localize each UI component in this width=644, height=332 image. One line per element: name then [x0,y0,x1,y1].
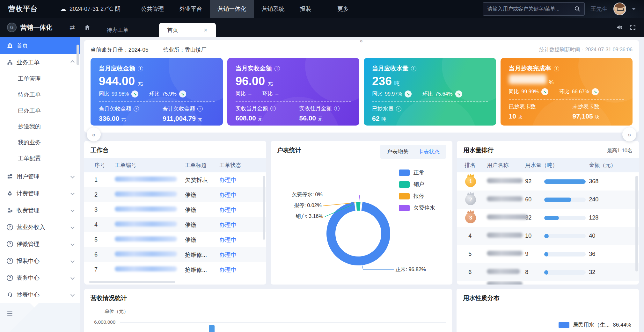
headset-icon [6,291,13,298]
info-icon[interactable]: ! [396,106,401,112]
table-row[interactable]: 5催缴办理中 [84,232,266,247]
dashed-divider [509,99,625,100]
swap-arrows-icon[interactable]: ⇄ [70,24,75,31]
sidebar-item-meter-center[interactable]: ? 表务中心 [0,269,80,286]
sidebar-item-home[interactable]: 首页 [0,37,80,54]
table-row[interactable]: 7抢维修...办理中 [84,262,266,277]
menu-list-icon[interactable] [6,310,13,317]
nav-item-installation[interactable]: 报装 [292,0,319,18]
username[interactable]: 王先生 [590,5,608,13]
sidebar-scrollbar-thumb[interactable] [77,45,79,65]
table-row[interactable]: 2催缴办理中 [84,187,266,202]
tab-home[interactable]: 首页 × [159,23,216,37]
ranking-row[interactable]: 5 9 36 [457,245,639,263]
info-icon[interactable]: ! [411,66,416,71]
status-link[interactable]: 办理中 [219,251,266,259]
legend-item[interactable]: 报停 [399,192,435,200]
chevron-down-icon [70,225,75,229]
sidebar-item-billing-mgmt[interactable]: 计费管理 [0,185,80,202]
info-icon[interactable]: ! [134,106,139,112]
ranking-row[interactable]: 2 60 240 [457,191,639,209]
silver-medal-icon: 2 [465,194,476,205]
status-link[interactable]: 办理中 [219,206,266,214]
table-row[interactable]: 4催缴办理中 [84,217,266,232]
ranking-row[interactable]: 4 10 40 [457,227,639,245]
horizontal-scrollbar-thumb[interactable] [89,281,175,283]
legend-item[interactable]: 正常 [399,169,435,176]
legend-item[interactable]: 居民用水（生... 86.44% [559,321,631,328]
row-title: 抢维修... [185,251,219,259]
table-row[interactable]: 1欠费拆表办理中 [84,172,266,187]
table-row[interactable]: 6抢维修...办理中 [84,247,266,262]
redacted-user-name [487,178,523,183]
nav-item-field-platform[interactable]: 外业平台 [172,0,210,18]
vertical-scrollbar-thumb[interactable] [635,176,638,271]
legend-item[interactable]: 销户 [399,181,435,188]
usage-bar [544,270,586,275]
info-icon[interactable]: ! [554,66,559,71]
legend-item[interactable]: 欠费停水 [399,204,435,212]
ranking-row[interactable]: 3 32 128 [457,209,639,227]
usage-value: 8 [525,269,544,276]
sidebar-subitem-workorder-mgmt[interactable]: 工单管理 [0,71,80,87]
collapse-panel-icon[interactable]: » [360,39,363,43]
sidebar-item-user-mgmt[interactable]: 用户管理 [0,168,80,185]
ranking-row[interactable] [457,281,639,285]
card-value: 944.00 [99,75,135,88]
substat-unit: 块 [595,114,600,119]
ranking-row[interactable]: 1 92 368 [457,172,639,191]
sidebar-item-meter-reading-center[interactable]: 抄表中心 [0,286,80,303]
search-icon[interactable] [574,6,581,12]
table-row[interactable]: 3催缴办理中 [84,202,266,217]
info-icon[interactable]: ! [138,66,143,71]
status-link[interactable]: 办理中 [219,221,266,229]
info-icon[interactable]: ! [270,106,276,111]
sidebar-item-label: 业务工单 [17,59,40,66]
mom-trend: 环比75.9%↘ [149,90,186,97]
vertical-scrollbar-thumb[interactable] [263,176,265,240]
status-link[interactable]: 办理中 [219,176,266,184]
ranking-row[interactable]: 6 8 32 [457,263,639,281]
info-icon[interactable]: ! [197,106,203,112]
user-avatar[interactable] [613,3,626,15]
status-link[interactable]: 办理中 [219,236,266,244]
sidebar-subitem-cc-to-me[interactable]: 抄送我的 [0,119,80,134]
tab-todo-workorder[interactable]: 待办工单 [99,23,137,37]
substat-value: 56.00 [299,114,316,122]
legend-label: 正常 [413,169,424,176]
callout-report-stop: 报停: 0.02% [271,202,322,209]
substat-label: 已抄水量 [372,105,394,112]
info-icon[interactable]: ! [334,106,340,111]
info-icon[interactable]: ! [274,66,280,71]
cards-prev-button[interactable]: « [87,127,101,141]
card-substat: 未抄表卡数 97,105 块 [573,103,625,120]
close-tab-icon[interactable]: × [204,26,208,34]
sidebar-subitem-todo-workorder[interactable]: 待办工单 [0,87,80,103]
status-link[interactable]: 办理中 [219,266,266,274]
row-title: 催缴 [185,221,219,229]
cards-next-button[interactable]: » [622,127,636,141]
status-link[interactable]: 办理中 [219,191,266,199]
nav-item-public-mgmt[interactable]: 公共管理 [133,0,172,18]
sidebar-item-collection-mgmt[interactable]: ? 催缴管理 [0,235,80,252]
sidebar-subitem-done-workorder[interactable]: 已办工单 [0,103,80,119]
col-amount: 金额（元） [589,162,639,169]
legend-swatch [399,205,410,211]
amount-value: 128 [589,214,639,221]
fullscreen-icon[interactable] [629,24,636,31]
sidebar-item-nonoperating-income[interactable]: ? 营业外收入 [0,219,80,235]
home-icon[interactable] [84,24,91,31]
sidebar-subitem-my-business[interactable]: 我的业务 [0,134,80,150]
nav-item-marketing-integration[interactable]: 营销一体化 [210,0,254,18]
sidebar-item-business-workorder[interactable]: 业务工单 [0,54,80,71]
speaker-icon[interactable] [616,24,623,31]
sidebar-item-fee-mgmt[interactable]: 收费管理 [0,202,80,219]
sidebar-item-installation-center[interactable]: ? 报装中心 [0,252,80,269]
user-menu-caret-icon[interactable] [632,8,636,10]
nav-item-marketing-system[interactable]: 营销系统 [254,0,292,18]
substat-label: 实收往月金额 [299,105,332,112]
nav-item-more[interactable]: 更多 [330,0,356,18]
global-search[interactable] [483,2,585,16]
search-input[interactable] [487,6,574,12]
sidebar-subitem-workorder-config[interactable]: 工单配置 [0,150,80,166]
